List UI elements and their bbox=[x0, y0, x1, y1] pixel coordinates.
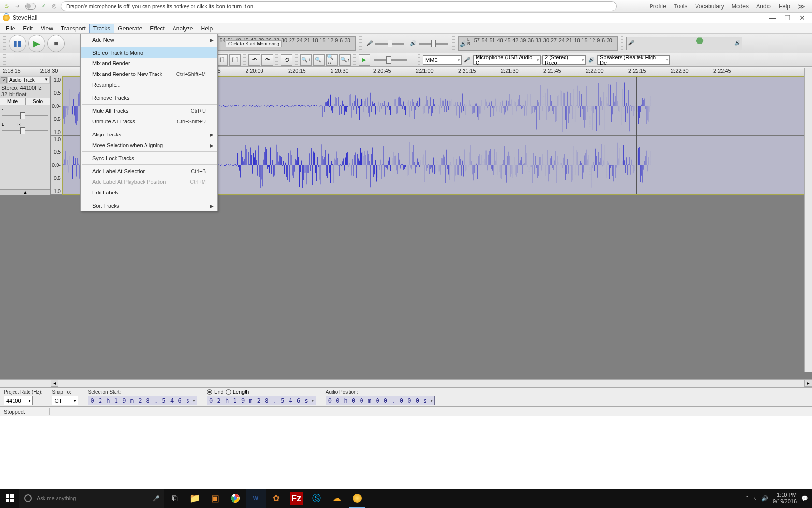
selection-start-field[interactable]: 0 2 h 1 9 m 2 8 . 5 4 6 s bbox=[88, 396, 197, 405]
track-collapse-button[interactable]: ▲ bbox=[0, 189, 50, 195]
dragon-flame-icon[interactable]: ♨ bbox=[3, 2, 11, 10]
menu-item[interactable]: Resample... bbox=[81, 79, 218, 90]
play-at-speed-button[interactable]: ▶ bbox=[359, 54, 370, 66]
menu-item[interactable]: Mix and Render bbox=[81, 58, 218, 69]
track-name-dropdown[interactable]: Audio Track bbox=[8, 77, 49, 83]
menu-item[interactable]: Add New▶ bbox=[81, 34, 218, 45]
toolbar-grip[interactable] bbox=[295, 53, 298, 67]
stop-button[interactable]: ■ bbox=[47, 35, 65, 52]
redo-button[interactable]: ↷ bbox=[261, 54, 273, 66]
taskbar-explorer-icon[interactable]: 📁 bbox=[185, 489, 205, 508]
empty-track-area[interactable] bbox=[0, 195, 812, 379]
audio-position-field[interactable]: 0 0 h 0 0 m 0 0 . 0 0 0 s bbox=[326, 396, 435, 405]
input-device-combo[interactable]: Microphone (USB Audio C bbox=[473, 55, 541, 65]
dragon-menu-vocabulary[interactable]: Vocabulary bbox=[695, 3, 724, 10]
toolbar-grip[interactable] bbox=[418, 53, 420, 67]
fit-selection-button[interactable]: 🔍↔ bbox=[326, 54, 338, 66]
output-device-combo[interactable]: Speakers (Realtek High De bbox=[597, 55, 670, 65]
dragon-menu-help[interactable]: Help bbox=[779, 3, 790, 10]
length-radio[interactable] bbox=[226, 389, 231, 395]
taskbar-media-icon[interactable]: ▣ bbox=[205, 489, 225, 508]
dragon-menu-modes[interactable]: Modes bbox=[732, 3, 749, 10]
start-button[interactable] bbox=[0, 489, 19, 508]
tray-chevron-icon[interactable]: ˄ bbox=[746, 495, 749, 502]
pause-button[interactable]: ▮▮ bbox=[9, 35, 26, 52]
toolbar-grip[interactable] bbox=[353, 53, 356, 67]
track-close-button[interactable]: × bbox=[1, 77, 7, 83]
dragon-arrow-icon[interactable]: ➔ bbox=[14, 2, 21, 10]
dragon-check-icon[interactable]: ✔ bbox=[40, 2, 47, 10]
dragon-chevron-icon[interactable]: ≫ bbox=[798, 2, 805, 10]
menu-item[interactable]: Unmute All TracksCtrl+Shift+U bbox=[81, 116, 218, 127]
channels-combo[interactable]: 2 (Stereo) Reco bbox=[542, 55, 586, 65]
taskbar-skype-icon[interactable]: Ⓢ bbox=[306, 489, 327, 508]
play-button[interactable]: ▶ bbox=[28, 35, 45, 52]
scrub-head-icon[interactable]: ⬣ bbox=[696, 35, 704, 46]
pan-slider[interactable]: L R bbox=[0, 120, 50, 135]
playback-meter[interactable]: 🔊 LR -57-54-51-48-45-42-39-36-33-30-27-2… bbox=[458, 36, 618, 51]
selection-end-field[interactable]: 0 2 h 1 9 m 2 8 . 5 4 6 s bbox=[207, 396, 316, 405]
menu-item[interactable]: Align Tracks▶ bbox=[81, 129, 218, 140]
task-view-button[interactable]: ⧉ bbox=[164, 489, 185, 508]
fit-project-button[interactable]: 🔍↕ bbox=[339, 54, 351, 66]
project-rate-combo[interactable]: 44100 bbox=[4, 396, 33, 405]
horizontal-scrollbar[interactable]: ◄ ► bbox=[0, 379, 812, 387]
play-speed-slider[interactable] bbox=[372, 53, 415, 67]
dragon-menu-tools[interactable]: Tools bbox=[674, 3, 688, 10]
dragon-menu-audio[interactable]: Audio bbox=[756, 3, 771, 10]
menu-help[interactable]: Help bbox=[197, 24, 217, 33]
menu-file[interactable]: File bbox=[2, 24, 19, 33]
menu-item[interactable]: Sort Tracks▶ bbox=[81, 200, 218, 211]
minimize-button[interactable]: — bbox=[769, 14, 776, 22]
dragon-menu-profile[interactable]: Profile bbox=[650, 3, 666, 10]
search-mic-icon[interactable]: 🎤 bbox=[153, 495, 160, 502]
toolbar-grip[interactable] bbox=[243, 53, 246, 67]
zoom-out-button[interactable]: 🔍- bbox=[313, 54, 325, 66]
snap-to-combo[interactable]: Off bbox=[52, 396, 78, 405]
gain-slider[interactable]: - + bbox=[0, 105, 50, 120]
toolbar-grip[interactable] bbox=[276, 53, 278, 67]
menu-item[interactable]: Remove Tracks bbox=[81, 92, 218, 103]
scroll-right-button[interactable]: ► bbox=[804, 380, 812, 387]
menu-effect[interactable]: Effect bbox=[146, 24, 168, 33]
toolbar-grip[interactable] bbox=[621, 36, 624, 51]
menu-edit[interactable]: Edit bbox=[19, 24, 37, 33]
taskbar-chrome-icon[interactable] bbox=[225, 489, 246, 508]
dragon-target-icon[interactable]: ◎ bbox=[50, 2, 58, 10]
menu-transport[interactable]: Transport bbox=[57, 24, 89, 33]
menu-item[interactable]: Sync-Lock Tracks bbox=[81, 153, 218, 164]
track-control-panel[interactable]: × Audio Track Stereo, 44100Hz 32-bit flo… bbox=[0, 76, 51, 195]
menu-item[interactable]: Edit Labels... bbox=[81, 187, 218, 198]
play-volume-slider[interactable]: 🔊 bbox=[408, 36, 450, 51]
menu-view[interactable]: View bbox=[37, 24, 57, 33]
menu-item[interactable]: Mix and Render to New TrackCtrl+Shift+M bbox=[81, 69, 218, 79]
toolbar-grip[interactable] bbox=[359, 36, 362, 51]
tray-volume-icon[interactable]: 🔊 bbox=[761, 495, 768, 502]
close-button[interactable]: ✕ bbox=[799, 14, 805, 22]
taskbar-audacity-icon[interactable] bbox=[347, 489, 367, 508]
cortana-search[interactable]: Ask me anything 🎤 bbox=[19, 489, 164, 508]
menu-item[interactable]: Stereo Track to Mono bbox=[81, 47, 218, 58]
recording-meter[interactable]: 🎤 LR -57-54-51-48-45-42-39-36-33-30-27-2… bbox=[196, 36, 356, 51]
end-radio[interactable] bbox=[207, 389, 212, 395]
tray-clock[interactable]: 1:10 PM9/19/2016 bbox=[773, 492, 797, 505]
menu-item[interactable]: Add Label At SelectionCtrl+B bbox=[81, 166, 218, 177]
menu-item[interactable]: Move Selection when Aligning▶ bbox=[81, 140, 218, 150]
taskbar-filezilla-icon[interactable]: Fz bbox=[290, 492, 303, 505]
zoom-in-button[interactable]: 🔍+ bbox=[300, 54, 312, 66]
scroll-left-button[interactable]: ◄ bbox=[51, 380, 58, 387]
toolbar-grip[interactable] bbox=[3, 36, 6, 51]
menu-analyze[interactable]: Analyze bbox=[169, 24, 197, 33]
toolbar-grip[interactable] bbox=[452, 36, 455, 51]
scrub-ruler[interactable]: 🎤 ⬣ 🔊 bbox=[626, 37, 742, 50]
mute-button[interactable]: Mute bbox=[0, 98, 25, 105]
sync-lock-button[interactable]: ⏱ bbox=[281, 54, 292, 66]
rec-volume-slider[interactable]: 🎤 bbox=[364, 36, 406, 51]
vertical-scrollbar[interactable] bbox=[804, 68, 812, 372]
taskbar-word-icon[interactable]: W bbox=[246, 489, 266, 508]
tray-network-icon[interactable]: ▵ bbox=[754, 495, 756, 502]
host-combo[interactable]: MME bbox=[423, 55, 462, 65]
taskbar-app-icon[interactable]: ✿ bbox=[266, 489, 286, 508]
taskbar-app2-icon[interactable]: ☁ bbox=[327, 489, 347, 508]
maximize-button[interactable]: ☐ bbox=[784, 14, 791, 22]
